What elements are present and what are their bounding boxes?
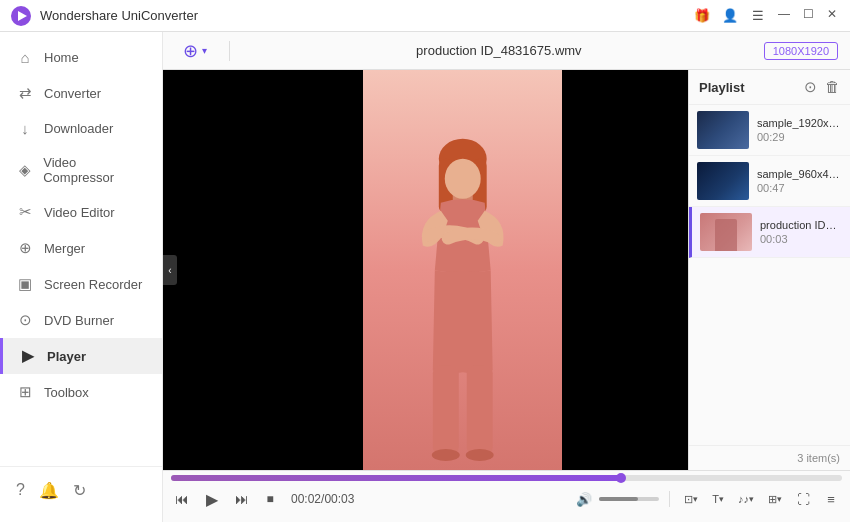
sidebar-label-editor: Video Editor [44,205,115,220]
sidebar-label-home: Home [44,50,79,65]
subtitle-icon: ⊡ [684,493,693,506]
sidebar-label-downloader: Downloader [44,121,113,136]
volume-area: 🔊 [573,488,659,510]
video-area[interactable]: ‹ [163,70,688,470]
thumb-ocean [697,162,749,200]
playlist-thumb-2 [697,162,749,200]
progress-bar[interactable] [171,475,842,481]
progress-fill [171,475,621,481]
collapse-icon: ‹ [168,265,171,276]
volume-slider[interactable] [599,497,659,501]
sidebar-item-merger[interactable]: ⊕ Merger [0,230,162,266]
next-button[interactable]: ⏭ [231,488,253,510]
svg-rect-8 [466,365,492,455]
video-dropdown[interactable]: ⊞ ▾ [764,491,786,508]
playlist-item-info-1: sample_1920x10... 00:29 [757,117,842,143]
help-icon[interactable]: ? [16,481,25,500]
sidebar-item-video-compressor[interactable]: ◈ Video Compressor [0,146,162,194]
converter-icon: ⇄ [16,84,34,102]
text-dropdown[interactable]: T ▾ [708,491,728,507]
notifications-icon[interactable]: 🔔 [39,481,59,500]
divider [229,41,230,61]
playlist-panel: Playlist ⊙ 🗑 sample_1920x10... [688,70,850,470]
player-topbar: ⊕ ▾ production ID_4831675.wmv 1080X1920 [163,32,850,70]
volume-icon[interactable]: 🔊 [573,488,595,510]
collapse-arrow[interactable]: ‹ [163,255,177,285]
playlist-item-3[interactable]: production ID_4... 00:03 [689,207,850,258]
gift-icon[interactable]: 🎁 [692,6,712,26]
add-file-button[interactable]: ⊕ ▾ [175,36,215,66]
video-black-right [562,70,688,470]
playlist-item-1[interactable]: sample_1920x10... 00:29 [689,105,850,156]
resolution-badge: 1080X1920 [764,42,838,60]
sidebar-bottom: ? 🔔 ↻ [0,466,162,514]
playlist-settings-icon[interactable]: ⊙ [804,78,817,96]
sidebar-item-player[interactable]: ▶ Player [0,338,162,374]
sidebar-label-converter: Converter [44,86,101,101]
stop-button[interactable]: ■ [259,488,281,510]
editor-icon: ✂ [16,203,34,221]
sidebar-label-merger: Merger [44,241,85,256]
filename-label: production ID_4831675.wmv [244,43,754,58]
playlist-thumb-1 [697,111,749,149]
recorder-icon: ▣ [16,275,34,293]
playlist-title: Playlist [699,80,745,95]
prev-button[interactable]: ⏮ [171,488,193,510]
thumb-landscape [697,111,749,149]
playlist-footer: 3 item(s) [689,445,850,470]
maximize-button[interactable]: ☐ [800,6,816,22]
toolbox-icon: ⊞ [16,383,34,401]
home-icon: ⌂ [16,49,34,66]
player-icon: ▶ [19,347,37,365]
main-layout: ⌂ Home ⇄ Converter ↓ Downloader ◈ Video … [0,32,850,522]
sidebar-label-recorder: Screen Recorder [44,277,142,292]
sidebar-item-toolbox[interactable]: ⊞ Toolbox [0,374,162,410]
sidebar-label-toolbox: Toolbox [44,385,89,400]
playlist-item-info-2: sample_960x400... 00:47 [757,168,842,194]
items-count: 3 item(s) [797,452,840,464]
audio-dropdown[interactable]: ♪♪ ▾ [734,491,758,507]
current-time: 00:02 [291,492,321,506]
menu-icon[interactable]: ☰ [748,6,768,26]
svg-point-6 [444,159,480,199]
sidebar-item-converter[interactable]: ⇄ Converter [0,75,162,111]
content-area: ⊕ ▾ production ID_4831675.wmv 1080X1920 [163,32,850,522]
merger-icon: ⊕ [16,239,34,257]
playlist-item-info-3: production ID_4... 00:03 [760,219,842,245]
time-display: 00:02/00:03 [291,492,354,506]
playlist-item-2[interactable]: sample_960x400... 00:47 [689,156,850,207]
playlist-item-name-1: sample_1920x10... [757,117,842,129]
fullscreen-button[interactable]: ⛶ [792,488,814,510]
playlist-item-name-3: production ID_4... [760,219,842,231]
controls-divider [669,491,670,507]
sidebar-item-dvd-burner[interactable]: ⊙ DVD Burner [0,302,162,338]
sidebar-item-downloader[interactable]: ↓ Downloader [0,111,162,146]
app-title: Wondershare UniConverter [40,8,692,23]
sidebar-label-compressor: Video Compressor [43,155,146,185]
svg-rect-7 [432,365,458,455]
playlist-items: sample_1920x10... 00:29 sample_960x400..… [689,105,850,445]
sidebar-item-home[interactable]: ⌂ Home [0,40,162,75]
subtitle-dropdown[interactable]: ⊡ ▾ [680,491,702,508]
dvd-icon: ⊙ [16,311,34,329]
playlist-delete-icon[interactable]: 🗑 [825,78,840,96]
play-button[interactable]: ▶ [199,486,225,512]
add-dropdown-icon: ▾ [202,45,207,56]
title-bar: Wondershare UniConverter 🎁 👤 ☰ — ☐ ✕ [0,0,850,32]
more-options-button[interactable]: ≡ [820,488,842,510]
close-button[interactable]: ✕ [824,6,840,22]
person-svg [363,70,563,470]
video-display [163,70,688,470]
playlist-item-duration-2: 00:47 [757,182,842,194]
progress-thumb[interactable] [616,473,626,483]
sidebar-item-screen-recorder[interactable]: ▣ Screen Recorder [0,266,162,302]
playlist-header-icons: ⊙ 🗑 [804,78,840,96]
app-logo [10,5,32,27]
audio-icon: ♪♪ [738,493,749,505]
sync-icon[interactable]: ↻ [73,481,86,500]
minimize-button[interactable]: — [776,6,792,22]
sidebar-item-video-editor[interactable]: ✂ Video Editor [0,194,162,230]
account-icon[interactable]: 👤 [720,6,740,26]
sidebar-bottom-icons: ? 🔔 ↻ [0,475,162,506]
playlist-item-duration-1: 00:29 [757,131,842,143]
